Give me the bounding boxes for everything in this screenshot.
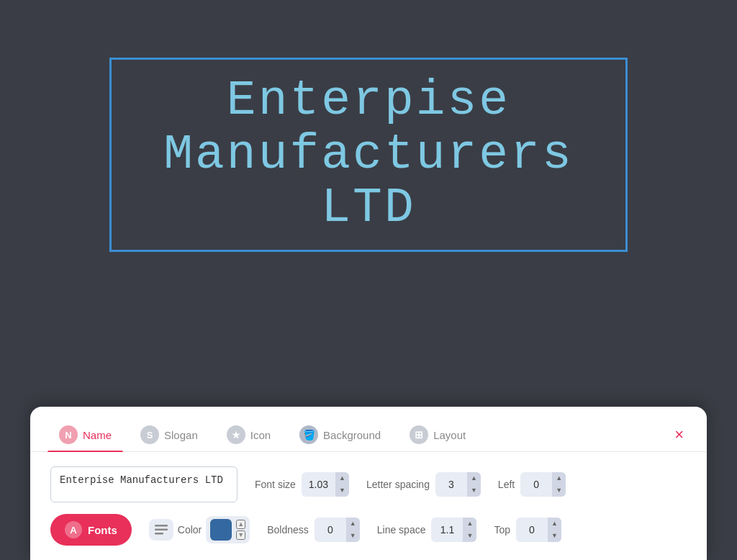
top-group: Top 0 ▲ ▼ [494, 518, 561, 542]
settings-row-1: Enterpise Manufacturers LTD Font size 1.… [50, 466, 687, 502]
tab-icon[interactable]: ★ Icon [215, 418, 282, 451]
boldness-buttons: ▲ ▼ [346, 518, 360, 542]
tab-slogan-icon: S [140, 425, 159, 444]
left-up[interactable]: ▲ [552, 472, 566, 484]
tab-icon-label: Icon [250, 429, 271, 441]
top-label: Top [494, 524, 510, 536]
tab-name-label: Name [83, 429, 112, 441]
line-space-label: Line space [377, 524, 426, 536]
svg-rect-2 [155, 533, 163, 535]
letter-spacing-buttons: ▲ ▼ [467, 472, 481, 497]
close-button[interactable]: × [669, 421, 689, 448]
left-group: Left 0 ▲ ▼ [498, 472, 566, 497]
editor-panel: N Name S Slogan ★ Icon 🪣 Background ⊞ La… [30, 407, 707, 560]
panel-body: Enterpise Manufacturers LTD Font size 1.… [30, 452, 707, 560]
tab-icon-icon: ★ [227, 425, 245, 444]
font-size-spinner: 1.03 ▲ ▼ [302, 472, 349, 497]
letter-spacing-label: Letter spacing [366, 479, 430, 490]
top-up[interactable]: ▲ [548, 518, 561, 530]
letter-spacing-up[interactable]: ▲ [467, 472, 481, 484]
line-space-up[interactable]: ▲ [463, 518, 476, 530]
logo-preview-box: Enterpise Manufacturers LTD [109, 58, 628, 252]
color-up[interactable]: ▲ [236, 520, 245, 529]
boldness-label: Boldness [267, 524, 309, 536]
left-spinner: 0 ▲ ▼ [520, 472, 566, 497]
align-icon [155, 525, 168, 535]
fonts-button-icon: A [65, 521, 82, 538]
left-value: 0 [520, 479, 552, 490]
line-space-buttons: ▲ ▼ [463, 518, 476, 542]
tab-layout[interactable]: ⊞ Layout [398, 418, 477, 451]
left-buttons: ▲ ▼ [552, 472, 566, 497]
color-down[interactable]: ▼ [236, 530, 245, 540]
line-space-spinner: 1.1 ▲ ▼ [431, 518, 476, 542]
color-align-button[interactable] [149, 519, 173, 541]
logo-preview-text: Enterpise Manufacturers LTD [140, 74, 597, 235]
tab-name-icon: N [59, 425, 78, 444]
font-size-down[interactable]: ▼ [335, 484, 349, 497]
svg-rect-0 [155, 525, 168, 527]
logo-line2: Manufacturers LTD [163, 127, 574, 236]
font-size-group: Font size 1.03 ▲ ▼ [255, 472, 349, 497]
tab-background-icon: 🪣 [299, 425, 318, 444]
font-size-value: 1.03 [302, 479, 335, 490]
tab-bar: N Name S Slogan ★ Icon 🪣 Background ⊞ La… [30, 407, 707, 452]
letter-spacing-value: 3 [435, 479, 467, 490]
boldness-spinner: 0 ▲ ▼ [315, 518, 360, 542]
tab-background-label: Background [323, 429, 381, 441]
top-buttons: ▲ ▼ [548, 518, 561, 542]
line-space-group: Line space 1.1 ▲ ▼ [377, 518, 477, 542]
top-spinner: 0 ▲ ▼ [516, 518, 561, 542]
fonts-button[interactable]: A Fonts [50, 514, 132, 546]
color-swatch[interactable] [210, 519, 232, 541]
color-spinner: ▲ ▼ [236, 520, 245, 540]
tab-slogan-label: Slogan [164, 429, 198, 441]
tab-layout-icon: ⊞ [410, 425, 428, 444]
top-down[interactable]: ▼ [548, 530, 561, 542]
svg-rect-1 [155, 529, 168, 531]
logo-line1: Enterpise [227, 73, 510, 128]
letter-spacing-group: Letter spacing 3 ▲ ▼ [366, 472, 481, 497]
boldness-down[interactable]: ▼ [346, 530, 360, 542]
fonts-button-label: Fonts [88, 524, 117, 536]
line-space-value: 1.1 [431, 524, 463, 536]
letter-spacing-down[interactable]: ▼ [467, 484, 481, 497]
preview-area: Enterpise Manufacturers LTD [0, 0, 737, 310]
tab-layout-label: Layout [433, 429, 466, 441]
color-label: Color [178, 524, 202, 536]
boldness-group: Boldness 0 ▲ ▼ [267, 518, 360, 542]
top-value: 0 [516, 524, 548, 536]
left-down[interactable]: ▼ [552, 484, 566, 497]
tab-slogan[interactable]: S Slogan [129, 418, 209, 451]
boldness-up[interactable]: ▲ [346, 518, 360, 530]
font-size-up[interactable]: ▲ [335, 472, 349, 484]
text-input[interactable]: Enterpise Manufacturers LTD [50, 466, 238, 502]
left-label: Left [498, 479, 515, 490]
color-swatch-group: ▲ ▼ [206, 516, 250, 543]
font-size-buttons: ▲ ▼ [335, 472, 349, 497]
line-space-down[interactable]: ▼ [463, 530, 476, 542]
settings-row-2: A Fonts Color ▲ ▼ [50, 514, 687, 546]
font-size-label: Font size [255, 479, 296, 490]
tab-name[interactable]: N Name [48, 418, 123, 451]
fonts-icon-letter: A [70, 525, 76, 536]
letter-spacing-spinner: 3 ▲ ▼ [435, 472, 481, 497]
boldness-value: 0 [315, 524, 346, 536]
color-group: Color ▲ ▼ [149, 516, 250, 543]
tab-background[interactable]: 🪣 Background [288, 418, 392, 451]
